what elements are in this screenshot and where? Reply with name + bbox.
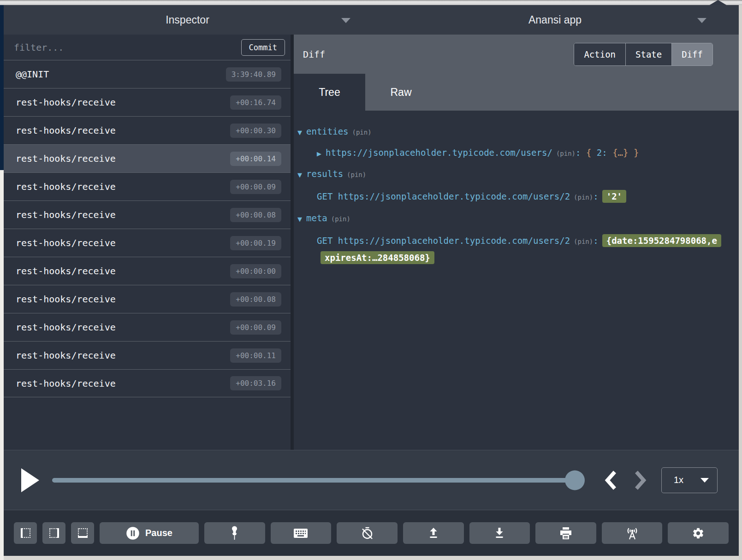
collapse-arrow-icon[interactable]: ▼ bbox=[297, 129, 302, 136]
action-row[interactable]: rest-hooks/receive +00:00.14 bbox=[4, 144, 291, 172]
action-row[interactable]: rest-hooks/receive +00:00.08 bbox=[4, 285, 291, 313]
page-behind-bottom bbox=[4, 556, 739, 560]
action-time-badge: +00:00.14 bbox=[230, 152, 281, 166]
action-row[interactable]: rest-hooks/receive +00:00.11 bbox=[4, 341, 291, 369]
pause-circle-icon bbox=[126, 526, 140, 540]
action-time-badge: 3:39:40.89 bbox=[226, 67, 281, 82]
action-time-badge: +00:00.30 bbox=[230, 124, 281, 138]
speed-label: 1x bbox=[674, 475, 683, 485]
dock-bottom-button[interactable] bbox=[71, 522, 94, 544]
tab-diff[interactable]: Diff bbox=[671, 43, 712, 65]
pause-button[interactable]: Pause bbox=[100, 522, 199, 544]
pin-link[interactable]: (pin) bbox=[574, 194, 593, 201]
panel-title: Diff bbox=[303, 49, 325, 60]
pin-link[interactable]: (pin) bbox=[331, 215, 350, 223]
action-name: rest-hooks/receive bbox=[16, 294, 116, 305]
step-back-button[interactable] bbox=[604, 470, 617, 491]
redux-devtools-window: Inspector Anansi app filter... Commit @@… bbox=[4, 5, 739, 556]
action-log-panel: filter... Commit @@INIT 3:39:40.89 rest-… bbox=[4, 35, 291, 450]
expand-arrow-icon[interactable]: ▶ bbox=[317, 150, 321, 157]
page-behind-right bbox=[739, 5, 742, 560]
tab-action[interactable]: Action bbox=[574, 43, 625, 65]
tree-row-meta[interactable]: ▼meta(pin) bbox=[297, 211, 718, 226]
dock-left-button[interactable] bbox=[14, 522, 37, 544]
panel-divider[interactable] bbox=[291, 35, 294, 450]
tree-key: https://jsonplaceholder.typicode.com/use… bbox=[326, 147, 552, 158]
antenna-icon bbox=[625, 527, 640, 540]
action-name: rest-hooks/receive bbox=[16, 125, 116, 136]
action-row[interactable]: @@INIT 3:39:40.89 bbox=[4, 60, 291, 88]
colon: : bbox=[593, 191, 598, 201]
slider-handle[interactable] bbox=[565, 470, 585, 490]
pin-link[interactable]: (pin) bbox=[352, 129, 372, 136]
pause-label: Pause bbox=[145, 528, 172, 538]
timer-off-button[interactable] bbox=[337, 522, 398, 544]
tree-row-entities-url[interactable]: ▶https://jsonplaceholder.typicode.com/us… bbox=[297, 146, 718, 161]
timeline-slider[interactable] bbox=[52, 478, 583, 483]
action-name: rest-hooks/receive bbox=[16, 153, 116, 164]
collapse-arrow-icon[interactable]: ▼ bbox=[297, 171, 302, 178]
timer-off-icon bbox=[361, 527, 374, 540]
commit-button[interactable]: Commit bbox=[241, 39, 285, 56]
collapse-arrow-icon[interactable]: ▼ bbox=[297, 216, 302, 223]
remote-button[interactable] bbox=[602, 522, 663, 544]
tab-state[interactable]: State bbox=[625, 43, 671, 65]
action-row[interactable]: rest-hooks/receive +00:16.74 bbox=[4, 88, 291, 116]
action-row[interactable]: rest-hooks/receive +00:00.19 bbox=[4, 229, 291, 257]
tree-row-meta-entry[interactable]: GET https://jsonplaceholder.typicode.com… bbox=[297, 232, 718, 266]
chevron-left-icon bbox=[604, 470, 617, 491]
pin-link[interactable]: (pin) bbox=[574, 238, 593, 245]
bottom-toolbar: Pause bbox=[4, 510, 739, 556]
tree-key: entities bbox=[306, 126, 349, 136]
upload-icon bbox=[427, 527, 439, 539]
step-forward-button[interactable] bbox=[634, 470, 647, 491]
pin-button[interactable] bbox=[204, 522, 265, 544]
download-button[interactable] bbox=[469, 522, 530, 544]
action-time-badge: +00:00.11 bbox=[230, 348, 281, 363]
print-button[interactable] bbox=[535, 522, 596, 544]
action-row[interactable]: rest-hooks/receive +00:00.30 bbox=[4, 116, 291, 144]
colon: : bbox=[576, 147, 581, 158]
chevron-down-icon bbox=[697, 18, 706, 23]
action-row[interactable]: rest-hooks/receive +00:03.16 bbox=[4, 369, 291, 397]
mode-tab-group: Action State Diff bbox=[574, 43, 713, 66]
action-name: rest-hooks/receive bbox=[16, 237, 116, 248]
monitor-select[interactable]: Inspector bbox=[4, 5, 371, 35]
page-behind-dark bbox=[0, 5, 4, 170]
object-preview-index: 2: bbox=[597, 147, 607, 158]
keyboard-button[interactable] bbox=[271, 522, 332, 544]
action-name: rest-hooks/receive bbox=[16, 97, 116, 108]
tab-raw[interactable]: Raw bbox=[365, 74, 437, 111]
tree-row-results-entry[interactable]: GET https://jsonplaceholder.typicode.com… bbox=[297, 188, 718, 205]
download-icon bbox=[493, 527, 505, 539]
action-time-badge: +00:03.16 bbox=[230, 376, 281, 390]
action-name: rest-hooks/receive bbox=[16, 378, 116, 389]
tree-key: results bbox=[306, 169, 343, 179]
dock-left-icon bbox=[21, 528, 30, 538]
action-time-badge: +00:00.09 bbox=[230, 320, 281, 335]
action-row[interactable]: rest-hooks/receive +00:00.09 bbox=[4, 313, 291, 341]
pin-link[interactable]: (pin) bbox=[347, 171, 366, 178]
action-row[interactable]: rest-hooks/receive +00:00:00 bbox=[4, 257, 291, 285]
tree-row-results[interactable]: ▼results(pin) bbox=[297, 167, 718, 182]
pin-icon bbox=[231, 526, 238, 540]
diff-tree: ▼entities(pin) ▶https://jsonplaceholder.… bbox=[294, 111, 739, 450]
tab-tree[interactable]: Tree bbox=[294, 74, 365, 111]
play-button[interactable] bbox=[21, 468, 39, 492]
tree-key: GET https://jsonplaceholder.typicode.com… bbox=[317, 236, 570, 246]
settings-button[interactable] bbox=[668, 522, 729, 544]
inspector-panel: Diff Action State Diff Tree Raw ▼entitie… bbox=[294, 35, 739, 450]
upload-button[interactable] bbox=[403, 522, 464, 544]
filter-input[interactable]: filter... bbox=[14, 42, 241, 53]
keyboard-icon bbox=[293, 528, 308, 538]
dock-right-button[interactable] bbox=[42, 522, 65, 544]
tree-key: GET https://jsonplaceholder.typicode.com… bbox=[317, 191, 570, 201]
playback-speed-select[interactable]: 1x bbox=[661, 467, 718, 493]
pin-link[interactable]: (pin) bbox=[556, 150, 576, 157]
action-row[interactable]: rest-hooks/receive +00:00.09 bbox=[4, 172, 291, 200]
view-tab-bar: Tree Raw bbox=[294, 74, 739, 111]
playback-bar: 1x bbox=[4, 450, 739, 510]
instance-select[interactable]: Anansi app bbox=[371, 5, 739, 35]
action-row[interactable]: rest-hooks/receive +00:00.08 bbox=[4, 200, 291, 229]
tree-row-entities[interactable]: ▼entities(pin) bbox=[297, 124, 718, 140]
